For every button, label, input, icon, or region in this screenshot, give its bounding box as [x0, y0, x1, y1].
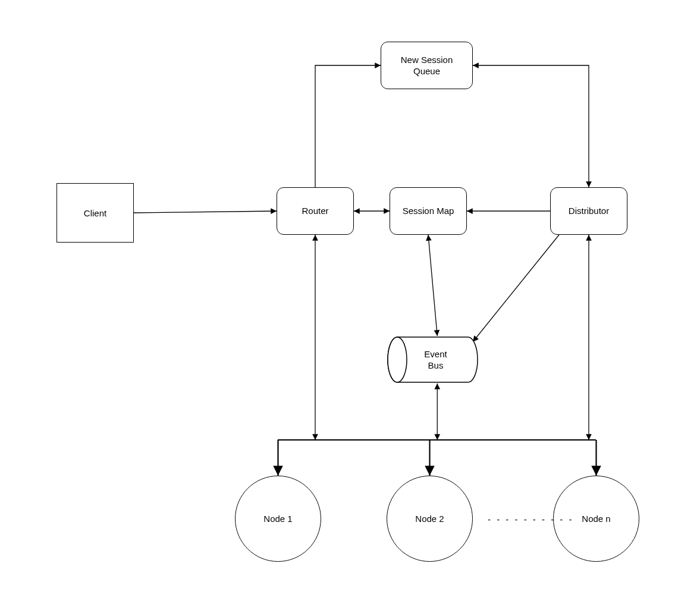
router-label: Router [302, 205, 328, 217]
svg-line-3 [428, 235, 437, 336]
router-box: Router [277, 187, 354, 235]
new-session-queue-box: New Session Queue [381, 42, 473, 89]
svg-line-0 [134, 211, 277, 213]
nodes-ellipsis: - - - - - - - - - - [488, 514, 573, 524]
ellipsis-text: - - - - - - - - - - [488, 514, 573, 524]
svg-line-4 [473, 235, 559, 342]
event-bus-label: Event Bus [418, 348, 447, 372]
node-1-label: Node 1 [263, 514, 292, 524]
session-map-box: Session Map [390, 187, 467, 235]
node-2-label: Node 2 [415, 514, 444, 524]
distributor-box: Distributor [550, 187, 627, 235]
session-map-label: Session Map [403, 205, 454, 217]
distributor-label: Distributor [569, 205, 609, 217]
svg-point-13 [388, 337, 407, 382]
event-bus-cylinder: Event Bus [387, 336, 479, 383]
node-1-circle: Node 1 [235, 476, 321, 562]
node-2-circle: Node 2 [387, 476, 473, 562]
node-n-label: Node n [582, 514, 610, 524]
client-label: Client [84, 208, 106, 218]
client-box: Client [56, 183, 134, 243]
new-session-queue-label: New Session Queue [401, 54, 453, 77]
